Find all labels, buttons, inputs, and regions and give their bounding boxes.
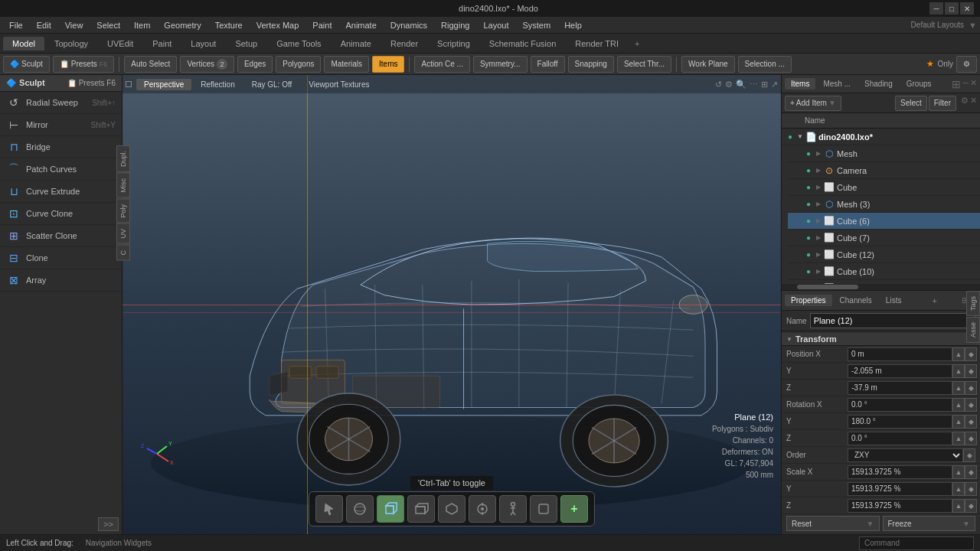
left-tab-misc[interactable]: Misc bbox=[116, 173, 130, 198]
menu-dynamics[interactable]: Dynamics bbox=[384, 19, 433, 31]
position-z-input[interactable] bbox=[848, 381, 952, 395]
position-y-channel[interactable]: ◆ bbox=[965, 364, 977, 378]
visibility-toggle[interactable]: ● bbox=[803, 165, 814, 176]
left-tab-uv[interactable]: UV bbox=[116, 223, 130, 244]
left-tab-c[interactable]: C bbox=[116, 245, 130, 261]
tool-bridge[interactable]: ⊓ Bridge bbox=[0, 136, 122, 158]
list-item[interactable]: ● ▼ 📄 dino2400.lxo* bbox=[782, 129, 980, 145]
bt-figure-btn[interactable] bbox=[499, 495, 527, 523]
rotation-x-channel[interactable]: ◆ bbox=[965, 398, 977, 412]
expand-arrow[interactable]: ▶ bbox=[814, 200, 823, 209]
reset-button[interactable]: Reset ▼ bbox=[786, 516, 880, 531]
tool-scatter-clone[interactable]: ⊞ Scatter Clone bbox=[0, 225, 122, 247]
expand-arrow[interactable]: ▶ bbox=[814, 267, 823, 276]
menu-help[interactable]: Help bbox=[558, 19, 588, 31]
right-vtab-asse[interactable]: Asse bbox=[966, 317, 980, 343]
settings-btn[interactable]: ⚙ bbox=[956, 56, 977, 73]
transform-header[interactable]: ▼ Transform bbox=[782, 333, 980, 346]
snapping-button[interactable]: Snapping bbox=[568, 56, 614, 73]
menu-paint[interactable]: Paint bbox=[306, 19, 338, 31]
visibility-toggle[interactable]: ● bbox=[803, 199, 814, 210]
vp-tab-raygl[interactable]: Ray GL: Off bbox=[244, 79, 300, 90]
visibility-toggle[interactable]: ● bbox=[803, 182, 814, 193]
symmetry-button[interactable]: Symmetry... bbox=[473, 56, 528, 73]
left-tab-dupl[interactable]: Dupl. bbox=[116, 145, 130, 172]
items-button[interactable]: Items bbox=[372, 56, 404, 73]
work-plane-button[interactable]: Work Plane bbox=[681, 56, 735, 73]
materials-button[interactable]: Materials bbox=[324, 56, 369, 73]
menu-edit[interactable]: Edit bbox=[31, 19, 57, 31]
rotation-z-up[interactable]: ▲ bbox=[952, 432, 965, 445]
menu-vertexmap[interactable]: Vertex Map bbox=[250, 19, 305, 31]
scale-z-input[interactable] bbox=[848, 499, 952, 513]
visibility-toggle[interactable]: ● bbox=[785, 132, 795, 142]
position-y-input[interactable] bbox=[848, 364, 952, 378]
menu-view[interactable]: View bbox=[59, 19, 90, 31]
minimize-button[interactable]: ─ bbox=[929, 2, 943, 15]
menu-system[interactable]: System bbox=[516, 19, 557, 31]
visibility-toggle[interactable]: ● bbox=[803, 266, 814, 277]
tab-animate[interactable]: Animate bbox=[332, 37, 381, 51]
vp-search-icon[interactable]: 🔍 bbox=[736, 80, 746, 90]
bt-add-btn[interactable]: + bbox=[560, 495, 588, 523]
select-items-button[interactable]: Select bbox=[895, 96, 927, 111]
tool-curve-extrude[interactable]: ⊔ Curve Extrude bbox=[0, 181, 122, 203]
bt-shape-btn[interactable] bbox=[530, 495, 557, 523]
menu-select[interactable]: Select bbox=[90, 19, 126, 31]
vp-refresh-icon[interactable]: ↺ bbox=[715, 80, 722, 90]
menu-layout[interactable]: Layout bbox=[477, 19, 514, 31]
bt-box-btn[interactable] bbox=[407, 495, 435, 523]
menu-geometry[interactable]: Geometry bbox=[158, 19, 207, 31]
scale-z-channel[interactable]: ◆ bbox=[965, 499, 977, 513]
tab-uvedit[interactable]: UVEdit bbox=[98, 37, 142, 51]
selection-button[interactable]: Selection ... bbox=[738, 56, 792, 73]
list-item[interactable]: ● ▶ ⬜ Cube (6) bbox=[788, 213, 980, 230]
tab-model[interactable]: Model bbox=[3, 37, 44, 51]
vp-tab-perspective[interactable]: Perspective bbox=[136, 79, 191, 90]
menu-animate[interactable]: Animate bbox=[339, 19, 382, 31]
tool-patch-curves[interactable]: ⌒ Patch Curves bbox=[0, 158, 122, 181]
tool-array[interactable]: ⊠ Array bbox=[0, 269, 122, 292]
polygons-button[interactable]: Polygons bbox=[276, 56, 321, 73]
visibility-toggle[interactable]: ● bbox=[803, 148, 814, 159]
tab-render[interactable]: Render bbox=[381, 37, 427, 51]
tool-radial-sweep[interactable]: ↺ Radial Sweep Shift+↑ bbox=[0, 92, 122, 114]
presets-button[interactable]: 📋 Presets F6 bbox=[53, 56, 114, 73]
expand-arrow[interactable]: ▶ bbox=[814, 250, 823, 259]
viewport[interactable]: Perspective Reflection Ray GL: Off Viewp… bbox=[122, 75, 781, 534]
command-input[interactable] bbox=[859, 536, 974, 550]
bt-mesh-btn[interactable] bbox=[438, 495, 466, 523]
tab-gametools[interactable]: Game Tools bbox=[267, 37, 331, 51]
visibility-toggle[interactable]: ● bbox=[803, 249, 814, 260]
prop-tab-add[interactable]: + bbox=[927, 295, 941, 307]
rtab-mesh[interactable]: Mesh ... bbox=[817, 78, 857, 90]
position-z-channel[interactable]: ◆ bbox=[965, 381, 977, 395]
list-item[interactable]: ● ▶ ⬜ Cube bbox=[788, 179, 980, 196]
rotation-z-input[interactable] bbox=[848, 432, 952, 445]
tool-curve-clone[interactable]: ⊡ Curve Clone bbox=[0, 203, 122, 225]
action-center-button[interactable]: Action Ce ... bbox=[414, 56, 469, 73]
list-item[interactable]: ● ▶ ⊙ Camera bbox=[788, 162, 980, 179]
rotation-z-channel[interactable]: ◆ bbox=[965, 432, 977, 445]
scale-x-channel[interactable]: ◆ bbox=[965, 465, 977, 479]
list-item[interactable]: ● ▶ ⬡ Mesh (3) bbox=[788, 196, 980, 213]
bt-target-btn[interactable] bbox=[469, 495, 496, 523]
close-panel-icon[interactable]: ✕ bbox=[970, 78, 977, 90]
expand-button[interactable]: >> bbox=[98, 517, 119, 531]
list-item[interactable]: ● ▶ ⬡ Mesh bbox=[788, 145, 980, 162]
position-x-input[interactable] bbox=[848, 347, 952, 361]
collapse-icon[interactable]: ─ bbox=[962, 78, 969, 90]
left-tab-poly[interactable]: Poly bbox=[116, 199, 130, 223]
position-x-channel[interactable]: ◆ bbox=[965, 347, 977, 361]
scale-x-up[interactable]: ▲ bbox=[952, 465, 965, 479]
vertices-button[interactable]: Vertices 2 bbox=[180, 56, 234, 73]
vp-tab-textures[interactable]: Viewport Textures bbox=[301, 79, 377, 90]
order-channel[interactable]: ◆ bbox=[963, 448, 975, 462]
expand-arrow[interactable]: ▶ bbox=[814, 233, 823, 243]
items-settings-icon[interactable]: ⚙ bbox=[961, 96, 969, 111]
expand-arrow[interactable]: ▶ bbox=[814, 183, 823, 192]
menu-rigging[interactable]: Rigging bbox=[435, 19, 475, 31]
list-item[interactable]: ● ▶ ⬜ Cube (7) bbox=[788, 230, 980, 246]
list-item[interactable]: ● ▶ ⬜ Cube (10) bbox=[788, 263, 980, 280]
scroll-thumb[interactable] bbox=[797, 285, 858, 289]
